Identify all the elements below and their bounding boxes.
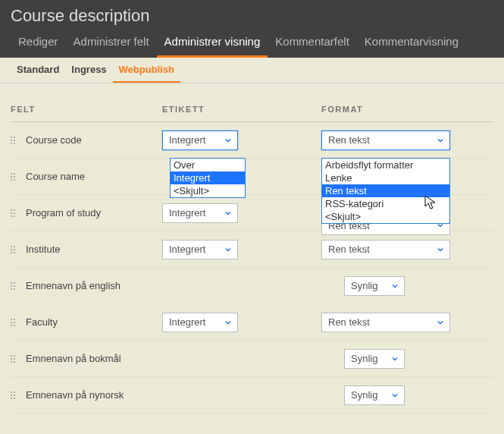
chevron-down-icon — [390, 354, 399, 366]
tab-kommentarfelt[interactable]: Kommentarfelt — [268, 30, 357, 58]
drag-handle-icon[interactable] — [11, 246, 18, 253]
tab-kommentarvisning[interactable]: Kommentarvisning — [357, 30, 466, 58]
format-select-label: Ren tekst — [328, 244, 370, 255]
etikett-dropdown-list[interactable]: Over Integrert <Skjult> — [170, 158, 246, 198]
chevron-down-icon — [224, 209, 233, 220]
etikett-select[interactable]: Integrert — [162, 131, 238, 150]
col-header-format: FORMAT — [321, 105, 493, 114]
drag-handle-icon[interactable] — [11, 355, 18, 363]
etikett-select[interactable]: Integrert — [162, 203, 238, 223]
table-row: InstituteIntegrertRen tekst — [11, 231, 493, 268]
drag-handle-icon[interactable] — [11, 319, 18, 326]
etikett-option[interactable]: Over — [171, 159, 245, 171]
subtab-ingress[interactable]: Ingress — [65, 58, 112, 83]
subtab-standard[interactable]: Standard — [11, 58, 65, 83]
etikett-select[interactable]: Integrert — [162, 313, 238, 332]
etikett-select-label: Integrert — [169, 244, 205, 255]
field-name: Emnenavn på nynorsk — [26, 389, 124, 401]
field-name: Faculty — [26, 316, 58, 328]
format-select[interactable]: Ren tekst — [321, 240, 450, 259]
etikett-select-label: Integrert — [169, 207, 205, 219]
chevron-down-icon — [224, 318, 233, 329]
field-name: Course code — [26, 134, 82, 146]
drag-handle-icon[interactable] — [11, 392, 18, 399]
field-name: Emnenavn på bokmål — [26, 353, 121, 364]
format-select[interactable]: Ren tekst — [321, 313, 450, 332]
drag-handle-icon[interactable] — [11, 137, 18, 144]
etikett-option[interactable]: Integrert — [171, 171, 245, 184]
format-select[interactable]: Synlig — [344, 385, 405, 405]
format-option[interactable]: <Skjult> — [322, 210, 449, 223]
table-row: Emnenavn på nynorskSynlig — [11, 377, 493, 414]
field-name: Emnenavn på english — [26, 280, 121, 291]
field-name: Institute — [26, 244, 61, 255]
drag-handle-icon[interactable] — [11, 282, 18, 290]
etikett-option[interactable]: <Skjult> — [171, 184, 245, 197]
format-select[interactable]: Synlig — [344, 276, 405, 296]
format-select-label: Ren tekst — [328, 316, 370, 328]
format-select-label: Synlig — [351, 389, 377, 401]
format-select-label: Ren tekst — [328, 134, 370, 146]
drag-handle-icon[interactable] — [11, 173, 18, 181]
drag-handle-icon[interactable] — [11, 209, 18, 217]
table-row: Course codeIntegrertRen tekst — [11, 122, 493, 159]
table-header: FELT ETIKETT FORMAT — [11, 105, 493, 122]
etikett-select-label: Integrert — [169, 134, 205, 146]
format-select-label: Synlig — [351, 353, 377, 364]
page-title: Course description — [0, 0, 504, 30]
table-row: Emnenavn på englishSynlig — [11, 268, 493, 304]
format-dropdown-list[interactable]: Arbeidsflyt formatter Lenke Ren tekst RS… — [321, 158, 450, 224]
chevron-down-icon — [390, 391, 399, 402]
primary-tabs: Rediger Administrer felt Administrer vis… — [0, 30, 504, 58]
subtab-webpublish[interactable]: Webpublish — [113, 58, 180, 83]
chevron-down-icon — [436, 318, 445, 329]
chevron-down-icon — [224, 245, 233, 256]
format-option[interactable]: Arbeidsflyt formatter — [322, 159, 449, 171]
table-row: FacultyIntegrertRen tekst — [11, 304, 493, 341]
format-select-label: Synlig — [351, 280, 377, 291]
chevron-down-icon — [390, 281, 399, 293]
format-select[interactable]: Ren tekst — [321, 131, 450, 150]
col-header-felt: FELT — [11, 105, 162, 114]
chevron-down-icon — [224, 136, 233, 147]
secondary-tabs: Standard Ingress Webpublish — [0, 58, 504, 83]
tab-rediger[interactable]: Rediger — [11, 30, 66, 58]
chevron-down-icon — [436, 136, 445, 147]
format-option[interactable]: Lenke — [322, 171, 449, 184]
format-select[interactable]: Synlig — [344, 349, 405, 369]
field-name: Course name — [26, 171, 85, 182]
format-option[interactable]: Ren tekst — [322, 184, 449, 197]
format-option[interactable]: RSS-kategori — [322, 197, 449, 210]
tab-administrer-visning[interactable]: Administrer visning — [157, 30, 268, 58]
etikett-select-label: Integrert — [169, 316, 205, 328]
tab-administrer-felt[interactable]: Administrer felt — [66, 30, 157, 58]
table-row: Emnenavn på bokmålSynlig — [11, 341, 493, 377]
field-name: Program of study — [26, 207, 101, 219]
col-header-etikett: ETIKETT — [162, 105, 321, 114]
chevron-down-icon — [436, 245, 445, 256]
partial-format-select[interactable]: Ren tekst — [321, 222, 450, 237]
etikett-select[interactable]: Integrert — [162, 240, 238, 259]
